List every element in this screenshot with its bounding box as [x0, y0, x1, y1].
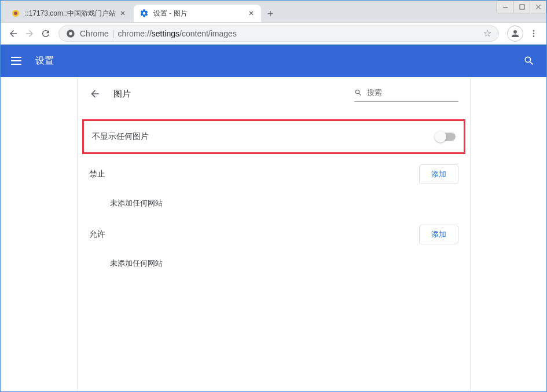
maximize-button[interactable] [513, 1, 530, 13]
page-title: 图片 [113, 89, 354, 100]
omnibox[interactable]: Chrome | chrome://settings/content/image… [58, 25, 499, 42]
settings-panel: 图片 不显示任何图片 禁止 [77, 78, 471, 391]
search-icon [523, 55, 535, 67]
tab-title: ::17173.com::中国游戏门户站 [25, 9, 119, 19]
block-add-button[interactable]: 添加 [419, 164, 458, 184]
highlight-box: 不显示任何图片 [82, 119, 465, 154]
svg-rect-1 [520, 5, 524, 9]
nav-forward-button[interactable] [21, 25, 38, 42]
tab-strip: ::17173.com::中国游戏门户站 ✕ 设置 - 图片 ✕ + [1, 1, 546, 23]
allow-section-title: 允许 [89, 229, 419, 240]
images-toggle-row[interactable]: 不显示任何图片 [84, 121, 464, 152]
nav-back-button[interactable] [5, 25, 21, 42]
window-controls [497, 1, 546, 13]
url-product: Chrome [80, 29, 109, 38]
tab-17173[interactable]: ::17173.com::中国游戏门户站 ✕ [5, 5, 133, 22]
allow-empty-message: 未添加任何网站 [89, 244, 458, 274]
url-scheme: chrome:// [118, 29, 151, 38]
close-window-button[interactable] [530, 1, 546, 13]
favicon-settings [139, 9, 149, 18]
profile-button[interactable] [507, 25, 523, 42]
chrome-icon [66, 29, 75, 38]
reload-button[interactable] [38, 25, 54, 42]
page-search[interactable] [354, 86, 458, 102]
person-icon [510, 28, 520, 39]
url-path-bold: settings [152, 29, 179, 38]
svg-point-8 [533, 30, 535, 32]
menu-button[interactable] [11, 54, 25, 68]
svg-point-7 [69, 32, 72, 35]
page-back-button[interactable] [89, 88, 103, 100]
favicon-17173 [11, 9, 20, 18]
section-header: 允许 添加 [89, 225, 458, 244]
reload-icon [41, 28, 51, 39]
kebab-icon [529, 29, 538, 38]
allow-add-button[interactable]: 添加 [419, 225, 458, 244]
url-path-rest: /content/images [179, 29, 237, 38]
close-icon [535, 4, 541, 10]
settings-header: 设置 [1, 45, 546, 77]
toggle-knob [435, 131, 446, 142]
content-area: 图片 不显示任何图片 禁止 [1, 78, 546, 391]
tab-settings-images[interactable]: 设置 - 图片 ✕ [134, 5, 261, 22]
arrow-left-icon [8, 28, 19, 39]
new-tab-button[interactable]: + [262, 6, 278, 22]
tab-close-button[interactable]: ✕ [119, 9, 127, 17]
toggle-label: 不显示任何图片 [92, 131, 436, 142]
minimize-button[interactable] [497, 1, 513, 13]
block-section: 禁止 添加 未添加任何网站 [78, 154, 470, 214]
arrow-left-icon [89, 88, 101, 100]
bookmark-star-button[interactable]: ☆ [483, 28, 491, 39]
page-search-input[interactable] [367, 88, 464, 97]
svg-point-9 [533, 32, 535, 34]
url-separator: | [112, 29, 115, 38]
toolbar: Chrome | chrome://settings/content/image… [1, 23, 546, 45]
tab-close-button[interactable]: ✕ [247, 9, 255, 17]
minimize-icon [502, 4, 508, 10]
section-header: 禁止 添加 [89, 164, 458, 184]
svg-rect-0 [503, 7, 508, 8]
search-icon [354, 89, 362, 97]
block-empty-message: 未添加任何网站 [89, 184, 458, 214]
maximize-icon [519, 4, 525, 10]
chrome-menu-button[interactable] [526, 25, 542, 42]
arrow-right-icon [24, 28, 35, 39]
browser-window: ::17173.com::中国游戏门户站 ✕ 设置 - 图片 ✕ + Chrom… [0, 0, 547, 392]
settings-title: 设置 [35, 55, 522, 67]
images-toggle-switch[interactable] [436, 133, 456, 141]
svg-point-5 [14, 12, 17, 15]
page-header: 图片 [78, 78, 470, 110]
settings-search-button[interactable] [522, 54, 536, 68]
block-section-title: 禁止 [89, 169, 419, 179]
svg-point-10 [533, 35, 535, 37]
allow-section: 允许 添加 未添加任何网站 [78, 214, 470, 274]
tab-title: 设置 - 图片 [153, 9, 247, 19]
